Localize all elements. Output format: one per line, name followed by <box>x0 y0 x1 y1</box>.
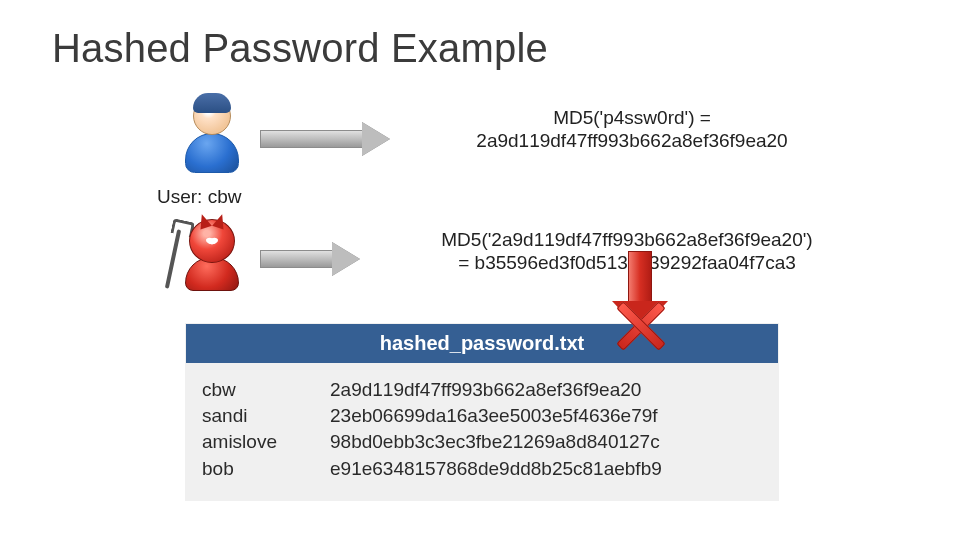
md5-user-line1: MD5('p4ssw0rd') = <box>412 106 852 129</box>
md5-attacker-line1: MD5('2a9d119df47ff993b662a8ef36f9ea20') <box>362 228 892 251</box>
table-cell-hash: 23eb06699da16a3ee5003e5f4636e79f <box>330 403 762 429</box>
password-file-table: hashed_password.txt cbw sandi amislove b… <box>186 324 778 500</box>
table-cell-hash: e91e6348157868de9dd8b25c81aebfb9 <box>330 456 762 482</box>
arrow-right-icon <box>260 124 390 154</box>
table-cell-user: bob <box>202 456 330 482</box>
slide: Hashed Password Example User: cbw MD5('p… <box>0 0 960 540</box>
devil-attacker-icon <box>179 215 245 293</box>
user-avatar-icon <box>179 95 245 177</box>
table-header: hashed_password.txt <box>186 324 778 363</box>
table-body: cbw sandi amislove bob 2a9d119df47ff993b… <box>186 363 778 500</box>
table-cell-user: sandi <box>202 403 330 429</box>
red-x-icon <box>614 300 666 352</box>
md5-user-line2: 2a9d119df47ff993b662a8ef36f9ea20 <box>412 129 852 152</box>
table-col-hashes: 2a9d119df47ff993b662a8ef36f9ea20 23eb066… <box>330 377 762 482</box>
page-title: Hashed Password Example <box>52 26 548 71</box>
user-label: User: cbw <box>157 186 241 208</box>
arrow-right-icon <box>260 244 360 274</box>
table-cell-hash: 2a9d119df47ff993b662a8ef36f9ea20 <box>330 377 762 403</box>
table-col-users: cbw sandi amislove bob <box>202 377 330 482</box>
table-cell-user: cbw <box>202 377 330 403</box>
table-cell-user: amislove <box>202 429 330 455</box>
table-cell-hash: 98bd0ebb3c3ec3fbe21269a8d840127c <box>330 429 762 455</box>
md5-user-hash: MD5('p4ssw0rd') = 2a9d119df47ff993b662a8… <box>412 106 852 152</box>
